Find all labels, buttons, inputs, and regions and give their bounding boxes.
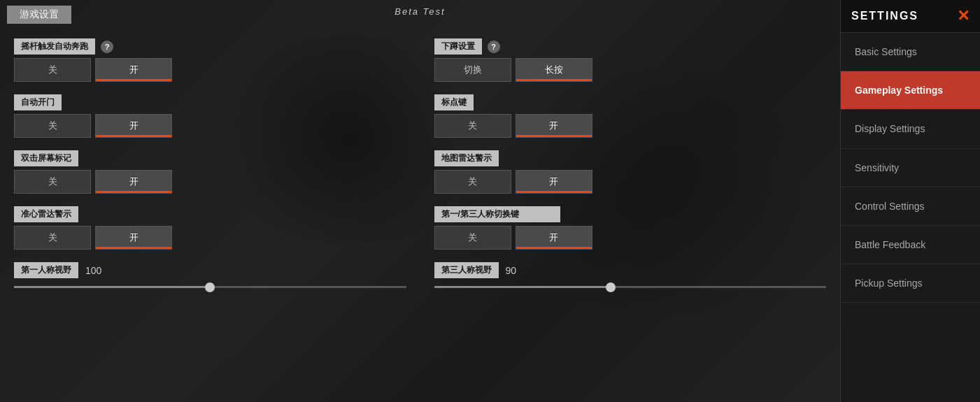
sidebar-header: SETTINGS ✕ (841, 0, 980, 33)
right-column: 下蹲设置 ? 切换 长按 标点键 关 开 (434, 38, 827, 301)
label-joystick-auto-run: 摇杆触发自动奔跑 (14, 38, 95, 55)
sidebar-item-control[interactable]: Control Settings (841, 187, 980, 226)
toggle-marker-on[interactable]: 开 (516, 114, 592, 138)
label-fov-third: 第三人称视野 (434, 262, 499, 278)
beta-test-title: Beta Test (395, 6, 445, 17)
toggle-crouch-switch[interactable]: 切换 (434, 58, 511, 82)
setting-label-auto-door: 自动开门 (14, 94, 406, 110)
toggle-crouch-hold[interactable]: 长按 (516, 58, 592, 82)
setting-crouch: 下蹲设置 ? 切换 长按 (434, 38, 827, 82)
setting-aim-radar: 准心雷达警示 关 开 (14, 206, 406, 250)
slider-fill-fov-first (14, 286, 210, 288)
label-map-radar: 地图雷达警示 (434, 150, 499, 166)
toggle-perspective-off[interactable]: 关 (434, 226, 511, 250)
setting-label-perspective: 第一/第三人称切换键 (434, 206, 827, 222)
toggle-perspective-on[interactable]: 开 (516, 226, 592, 250)
setting-label-marker: 标点键 (434, 94, 827, 110)
setting-double-tap: 双击屏幕标记 关 开 (14, 150, 406, 194)
toggle-auto-door: 关 开 (14, 114, 406, 138)
toggle-map-radar: 关 开 (434, 170, 827, 194)
setting-fov-third: 第三人称视野 90 (434, 262, 827, 288)
toggle-double-tap-off[interactable]: 关 (14, 170, 91, 194)
slider-row-fov-first: 第一人称视野 100 (14, 262, 406, 278)
setting-joystick-auto-run: 摇杆触发自动奔跑 ? 关 开 (14, 38, 406, 82)
toggle-double-tap: 关 开 (14, 170, 406, 194)
setting-label-double-tap: 双击屏幕标记 (14, 150, 406, 166)
toggle-aim-radar-off[interactable]: 关 (14, 226, 91, 250)
toggle-double-tap-on[interactable]: 开 (95, 170, 172, 194)
setting-perspective: 第一/第三人称切换键 关 开 (434, 206, 827, 250)
setting-label-map-radar: 地图雷达警示 (434, 150, 827, 166)
toggle-joystick: 关 开 (14, 58, 406, 82)
toggle-map-radar-off[interactable]: 关 (434, 170, 511, 194)
label-fov-first: 第一人称视野 (14, 262, 78, 278)
toggle-aim-radar-on[interactable]: 开 (95, 226, 172, 250)
toggle-joystick-off[interactable]: 关 (14, 58, 91, 82)
toggle-crouch: 切换 长按 (434, 58, 827, 82)
slider-thumb-fov-first[interactable] (205, 282, 215, 292)
slider-thumb-fov-third[interactable] (606, 282, 616, 292)
toggle-perspective: 关 开 (434, 226, 827, 250)
sidebar: SETTINGS ✕ Basic Settings Gameplay Setti… (840, 0, 980, 402)
sidebar-item-basic[interactable]: Basic Settings (841, 33, 980, 71)
setting-label-aim-radar: 准心雷达警示 (14, 206, 406, 222)
close-button[interactable]: ✕ (957, 7, 970, 25)
sidebar-item-sensitivity[interactable]: Sensitivity (841, 149, 980, 187)
setting-label-crouch: 下蹲设置 ? (434, 38, 827, 55)
toggle-auto-door-on[interactable]: 开 (95, 114, 172, 138)
value-fov-first: 100 (85, 265, 110, 276)
main-content: 摇杆触发自动奔跑 ? 关 开 自动开门 关 开 (0, 31, 840, 402)
toggle-aim-radar: 关 开 (14, 226, 406, 250)
slider-row-fov-third: 第三人称视野 90 (434, 262, 827, 278)
label-auto-door: 自动开门 (14, 94, 62, 110)
slider-track-fov-first[interactable] (14, 286, 406, 288)
setting-map-radar: 地图雷达警示 关 开 (434, 150, 827, 194)
label-double-tap: 双击屏幕标记 (14, 150, 78, 166)
left-column: 摇杆触发自动奔跑 ? 关 开 自动开门 关 开 (14, 38, 406, 301)
page-section-title: 游戏设置 (7, 6, 71, 24)
top-bar: Beta Test (0, 0, 840, 22)
sidebar-item-battle[interactable]: Battle Feedback (841, 226, 980, 264)
sidebar-item-pickup[interactable]: Pickup Settings (841, 264, 980, 303)
slider-track-fov-third[interactable] (434, 286, 827, 288)
toggle-auto-door-off[interactable]: 关 (14, 114, 91, 138)
setting-fov-first: 第一人称视野 100 (14, 262, 406, 288)
toggle-map-radar-on[interactable]: 开 (516, 170, 592, 194)
help-icon-joystick[interactable]: ? (101, 41, 113, 53)
sidebar-title: SETTINGS (851, 10, 918, 22)
setting-auto-door: 自动开门 关 开 (14, 94, 406, 138)
setting-label-joystick: 摇杆触发自动奔跑 ? (14, 38, 406, 55)
label-perspective: 第一/第三人称切换键 (434, 206, 560, 222)
value-fov-third: 90 (506, 265, 530, 276)
toggle-marker-off[interactable]: 关 (434, 114, 511, 138)
setting-marker: 标点键 关 开 (434, 94, 827, 138)
sidebar-nav: Basic Settings Gameplay Settings Display… (841, 33, 980, 402)
sidebar-item-display[interactable]: Display Settings (841, 110, 980, 148)
label-crouch: 下蹲设置 (434, 38, 482, 55)
sidebar-item-gameplay[interactable]: Gameplay Settings (841, 71, 980, 110)
label-marker: 标点键 (434, 94, 474, 110)
help-icon-crouch[interactable]: ? (488, 41, 500, 53)
label-aim-radar: 准心雷达警示 (14, 206, 78, 222)
toggle-marker: 关 开 (434, 114, 827, 138)
toggle-joystick-on[interactable]: 开 (95, 58, 172, 82)
slider-fill-fov-third (434, 286, 611, 288)
settings-grid: 摇杆触发自动奔跑 ? 关 开 自动开门 关 开 (14, 38, 826, 301)
